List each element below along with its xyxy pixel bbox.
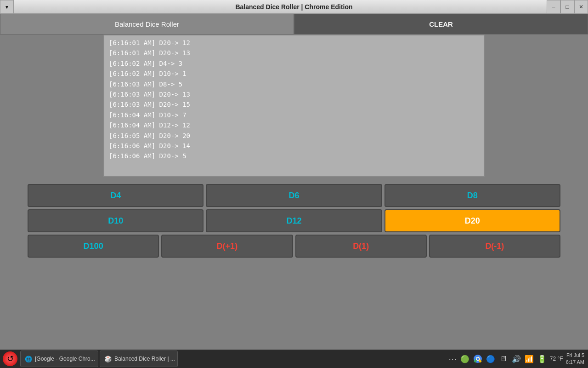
app-label: Balanced Dice Roller | ... [114, 356, 175, 362]
dice-button-d-1[interactable]: D(-1) [429, 235, 560, 258]
display-icon[interactable]: 🖥 [498, 354, 509, 364]
network-icon[interactable]: 📶 [524, 354, 534, 364]
log-line: [6:16:01 AM] D20-> 13 [109, 48, 479, 58]
log-line: [6:16:05 AM] D20-> 20 [109, 131, 479, 141]
dice-button-d8[interactable]: D8 [384, 184, 560, 207]
dice-row-2: D10D12D20 [28, 209, 560, 232]
taskbar: ↺ 🌐 [Google - Google Chro...🎲 Balanced D… [0, 350, 588, 368]
svg-point-3 [476, 358, 479, 360]
app-label: [Google - Google Chro... [35, 356, 95, 362]
dropdown-button[interactable]: ▼ [0, 0, 14, 14]
nav-bar: Balanced Dice Roller CLEAR [0, 14, 588, 34]
log-line: [6:16:06 AM] D20-> 14 [109, 141, 479, 151]
log-line: [6:16:04 AM] D10-> 7 [109, 110, 479, 120]
dice-area: D4D6D8 D10D12D20 D100D(+1)D(1)D(-1) [28, 184, 560, 258]
clock-date: Fri Jul 5 [566, 352, 584, 359]
start-icon: ↺ [3, 351, 17, 366]
dice-row-3: D100D(+1)D(1)D(-1) [28, 235, 560, 258]
log-line: [6:16:03 AM] D20-> 15 [109, 99, 479, 109]
app-icon: 🎲 [104, 355, 112, 363]
close-button[interactable]: ✕ [574, 0, 588, 14]
dice-button-d10[interactable]: D10 [28, 209, 204, 232]
dice-button-d+1[interactable]: D(+1) [161, 235, 293, 258]
app-icon: 🌐 [24, 355, 33, 363]
taskbar-right: ··· 🟢 🔵 🖥 🔊 📶 🔋 72 °F Fri Jul 5 6:17 AM [449, 352, 588, 366]
taskbar-left: ↺ 🌐 [Google - Google Chro...🎲 Balanced D… [0, 351, 178, 367]
dice-button-d100[interactable]: D100 [28, 235, 159, 258]
battery-icon[interactable]: 🔋 [537, 354, 547, 364]
log-line: [6:16:04 AM] D12-> 12 [109, 120, 479, 130]
log-line: [6:16:02 AM] D10-> 1 [109, 69, 479, 79]
dice-button-d6[interactable]: D6 [206, 184, 382, 207]
start-button[interactable]: ↺ [2, 351, 18, 367]
volume-icon[interactable]: 🔊 [511, 354, 521, 364]
bluetooth-icon[interactable]: 🔵 [486, 354, 496, 364]
log-line: [6:16:03 AM] D8-> 5 [109, 79, 479, 89]
chrome-icon[interactable] [473, 354, 483, 364]
taskbar-app[interactable]: 🎲 Balanced Dice Roller | ... [100, 351, 178, 367]
log-area[interactable]: [6:16:01 AM] D20-> 12[6:16:01 AM] D20-> … [103, 34, 485, 177]
window-controls: – □ ✕ [547, 0, 588, 14]
temperature: 72 °F [550, 356, 563, 362]
clock: Fri Jul 5 6:17 AM [566, 352, 584, 366]
dice-button-d4[interactable]: D4 [28, 184, 204, 207]
dice-button-d12[interactable]: D12 [206, 209, 382, 232]
log-line: [6:16:06 AM] D20-> 5 [109, 151, 479, 161]
dice-button-d1[interactable]: D(1) [295, 235, 427, 258]
log-line: [6:16:03 AM] D20-> 13 [109, 89, 479, 99]
wifi-icon[interactable]: 🟢 [460, 354, 470, 364]
window-title: Balanced Dice Roller | Chrome Edition [235, 3, 352, 11]
main-tab-label: Balanced Dice Roller [115, 20, 179, 28]
minimize-button[interactable]: – [547, 0, 560, 14]
log-line: [6:16:01 AM] D20-> 12 [109, 38, 479, 48]
clear-button[interactable]: CLEAR [294, 14, 588, 34]
taskbar-apps: 🌐 [Google - Google Chro...🎲 Balanced Dic… [20, 351, 178, 367]
dice-button-d20[interactable]: D20 [384, 209, 560, 232]
system-tray-dots[interactable]: ··· [449, 354, 457, 364]
taskbar-app[interactable]: 🌐 [Google - Google Chro... [20, 351, 98, 367]
dice-row-1: D4D6D8 [28, 184, 560, 207]
clock-time: 6:17 AM [566, 359, 584, 366]
maximize-button[interactable]: □ [560, 0, 574, 14]
main-tab[interactable]: Balanced Dice Roller [0, 14, 294, 34]
title-bar: ▼ Balanced Dice Roller | Chrome Edition … [0, 0, 588, 14]
log-line: [6:16:02 AM] D4-> 3 [109, 58, 479, 69]
clear-label: CLEAR [429, 20, 453, 28]
